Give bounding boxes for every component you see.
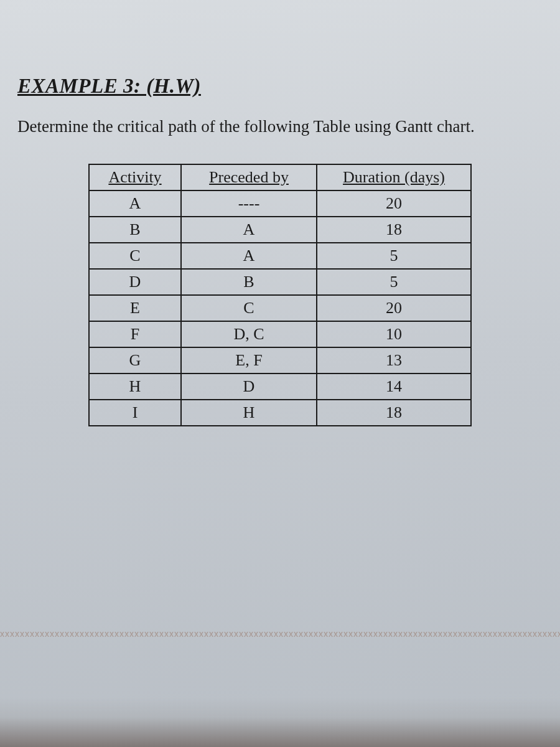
cell-duration: 18: [317, 400, 471, 426]
table-row: H D 14: [89, 374, 471, 400]
table-row: A ---- 20: [89, 190, 471, 217]
cell-activity: I: [89, 400, 181, 426]
cell-duration: 14: [317, 374, 471, 400]
header-duration: Duration (days): [317, 164, 471, 190]
table-row: E C 20: [89, 295, 471, 321]
table-row: I H 18: [89, 400, 471, 426]
cell-preceded-by: D: [181, 374, 317, 400]
cell-duration: 20: [317, 190, 471, 217]
cell-preceded-by: C: [181, 295, 317, 321]
cell-activity: G: [89, 347, 181, 374]
table-row: D B 5: [89, 269, 471, 295]
cell-activity: E: [89, 295, 181, 321]
table-container: Activity Preceded by Duration (days) A -…: [17, 164, 543, 426]
cell-activity: C: [89, 243, 181, 269]
cell-duration: 13: [317, 347, 471, 374]
table-row: G E, F 13: [89, 347, 471, 374]
cell-preceded-by: H: [181, 400, 317, 426]
cell-activity: D: [89, 269, 181, 295]
page-divider: xxxxxxxxxxxxxxxxxxxxxxxxxxxxxxxxxxxxxxxx…: [0, 629, 560, 641]
activity-table: Activity Preceded by Duration (days) A -…: [88, 164, 472, 426]
cell-duration: 20: [317, 295, 471, 321]
instruction-text: Determine the critical path of the follo…: [17, 115, 543, 139]
cell-duration: 5: [317, 243, 471, 269]
header-preceded-by: Preceded by: [181, 164, 317, 190]
cell-preceded-by: D, C: [181, 321, 317, 347]
table-header-row: Activity Preceded by Duration (days): [89, 164, 471, 190]
cell-preceded-by: ----: [181, 190, 317, 217]
header-activity: Activity: [89, 164, 181, 190]
table-row: C A 5: [89, 243, 471, 269]
cell-activity: A: [89, 190, 181, 217]
cell-preceded-by: A: [181, 217, 317, 243]
cell-activity: H: [89, 374, 181, 400]
cell-preceded-by: A: [181, 243, 317, 269]
table-row: B A 18: [89, 217, 471, 243]
bottom-shadow: [0, 697, 560, 747]
page-content: EXAMPLE 3: (H.W) Determine the critical …: [0, 0, 560, 426]
table-row: F D, C 10: [89, 321, 471, 347]
cell-duration: 10: [317, 321, 471, 347]
cell-activity: B: [89, 217, 181, 243]
cell-preceded-by: B: [181, 269, 317, 295]
example-title: EXAMPLE 3: (H.W): [17, 75, 543, 98]
cell-activity: F: [89, 321, 181, 347]
cell-duration: 5: [317, 269, 471, 295]
cell-preceded-by: E, F: [181, 347, 317, 374]
cell-duration: 18: [317, 217, 471, 243]
